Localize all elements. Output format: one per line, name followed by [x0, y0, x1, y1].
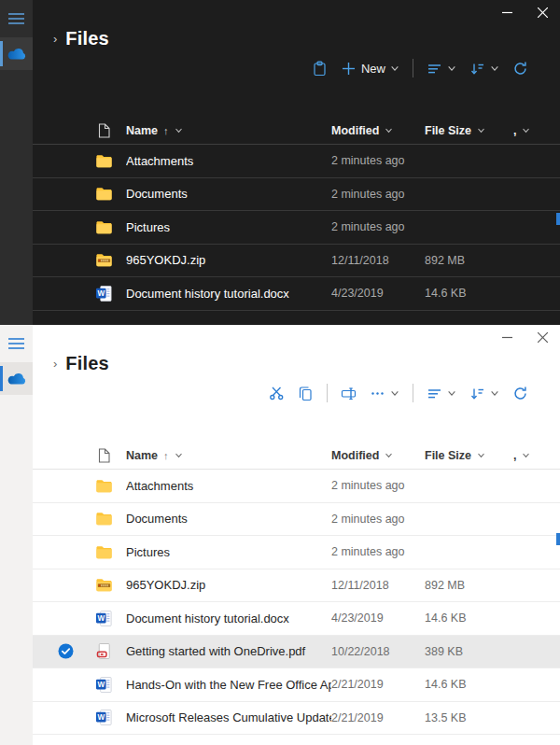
header-type-column[interactable] [81, 123, 126, 138]
file-type-icon [97, 448, 111, 463]
sidebar [0, 325, 33, 745]
file-name[interactable]: Documents [126, 512, 331, 526]
file-name[interactable]: 965YOKDJ.zip [126, 253, 331, 267]
copy-icon [298, 386, 314, 401]
header-name-column[interactable]: Name ↑ [126, 449, 331, 462]
sort-button[interactable] [469, 61, 499, 77]
close-button[interactable] [525, 325, 560, 349]
chevron-down-icon [522, 126, 530, 134]
file-name[interactable]: Microsoft Releases Cumulative Update ... [126, 710, 331, 724]
file-list: Attachments2 minutes agoDocuments2 minut… [33, 470, 560, 735]
folder-icon [81, 218, 126, 236]
file-row[interactable]: Attachments2 minutes ago [33, 470, 560, 503]
file-modified: 2 minutes ago [331, 479, 425, 492]
hamburger-menu-button[interactable] [0, 325, 33, 362]
minimize-button[interactable] [489, 0, 525, 24]
sort-button[interactable] [469, 386, 499, 401]
file-row[interactable]: Attachments2 minutes ago [33, 145, 560, 178]
file-row[interactable]: 965YOKDJ.zip12/11/2018892 MB [33, 569, 560, 603]
view-options-button[interactable] [427, 61, 456, 77]
scrollbar-thumb-sliver[interactable] [556, 533, 560, 545]
file-modified: 2/21/2019 [331, 711, 425, 724]
more-commands-button[interactable] [370, 386, 399, 401]
paste-icon [312, 61, 328, 77]
file-name[interactable]: Documents [126, 187, 331, 201]
file-size: 14.6 KB [425, 287, 513, 300]
rename-button[interactable] [341, 386, 357, 401]
file-name[interactable]: 965YOKDJ.zip [126, 578, 331, 592]
hamburger-menu-button[interactable] [0, 0, 33, 37]
file-row[interactable]: Getting started with OneDrive.pdf10/22/2… [33, 636, 560, 669]
copy-button[interactable] [298, 386, 314, 401]
file-row[interactable]: WMicrosoft Releases Cumulative Update ..… [33, 702, 560, 736]
file-row[interactable]: WDocument history tutorial.docx4/23/2019… [33, 277, 560, 311]
header-partial-column[interactable]: , [513, 449, 560, 462]
file-modified: 10/22/2018 [331, 645, 425, 658]
word-icon: W [81, 676, 126, 694]
header-modified-column[interactable]: Modified [331, 449, 425, 462]
selected-accent-bar [0, 366, 3, 391]
sort-ascending-icon: ↑ [163, 450, 169, 461]
chevron-down-icon [447, 388, 456, 398]
header-type-column[interactable] [81, 448, 126, 463]
file-name[interactable]: Document history tutorial.docx [126, 287, 331, 301]
refresh-button[interactable] [512, 386, 528, 401]
header-size-label: File Size [425, 124, 471, 137]
header-partial-column[interactable]: , [513, 124, 560, 137]
header-name-column[interactable]: Name ↑ [126, 124, 331, 137]
file-name[interactable]: Pictures [126, 545, 331, 559]
sidebar-item-onedrive[interactable] [0, 362, 33, 395]
file-name[interactable]: Getting started with OneDrive.pdf [126, 644, 331, 658]
file-row[interactable]: Pictures2 minutes ago [33, 211, 560, 245]
file-size: 892 MB [425, 579, 513, 592]
breadcrumb: › Files [33, 24, 560, 52]
file-row[interactable]: 965YOKDJ.zip12/11/2018892 MB [33, 245, 560, 278]
folder-icon [81, 510, 126, 527]
file-name[interactable]: Pictures [126, 220, 331, 234]
file-type-icon [97, 123, 111, 138]
view-options-button[interactable] [427, 386, 456, 401]
file-row[interactable]: WDocument history tutorial.docx4/23/2019… [33, 602, 560, 636]
selected-checkmark-icon[interactable] [49, 643, 81, 659]
sidebar-item-onedrive[interactable] [0, 37, 33, 70]
header-partial-label: , [513, 124, 516, 137]
file-list: Attachments2 minutes agoDocuments2 minut… [33, 145, 560, 311]
header-size-column[interactable]: File Size [425, 124, 513, 137]
header-size-column[interactable]: File Size [425, 449, 513, 462]
word-icon: W [81, 709, 126, 726]
table-header: Name ↑ Modified File Size , [33, 117, 560, 145]
header-modified-column[interactable]: Modified [331, 124, 425, 137]
breadcrumb-chevron-icon: › [53, 358, 57, 370]
file-row[interactable]: Documents2 minutes ago [33, 503, 560, 537]
pdf-icon [81, 642, 126, 660]
paste-button[interactable] [312, 61, 328, 77]
onedrive-cloud-icon [7, 372, 27, 386]
refresh-button[interactable] [512, 61, 528, 77]
chevron-down-icon [477, 126, 485, 134]
hamburger-icon [8, 338, 24, 349]
table-header: Name ↑ Modified File Size , [33, 442, 560, 470]
cut-button[interactable] [269, 386, 285, 401]
refresh-icon [512, 61, 528, 77]
new-button[interactable]: New [341, 61, 399, 77]
file-name[interactable]: Hands-On with the New Free Office Ap... [126, 678, 331, 692]
titlebar [33, 325, 560, 349]
file-modified: 2 minutes ago [331, 545, 425, 558]
main-content: › Files [33, 325, 560, 745]
file-row[interactable]: Documents2 minutes ago [33, 178, 560, 212]
scrollbar-thumb-sliver[interactable] [556, 213, 560, 225]
file-name[interactable]: Attachments [126, 479, 331, 493]
sort-icon [469, 61, 485, 77]
file-size: 389 KB [425, 645, 513, 658]
minimize-button[interactable] [489, 325, 525, 349]
file-name[interactable]: Document history tutorial.docx [126, 611, 331, 626]
refresh-icon [512, 386, 528, 401]
file-modified: 4/23/2019 [331, 287, 425, 300]
close-button[interactable] [525, 0, 560, 24]
file-modified: 4/23/2019 [331, 611, 425, 625]
file-row[interactable]: Pictures2 minutes ago [33, 536, 560, 569]
svg-text:W: W [97, 289, 105, 298]
file-row[interactable]: WHands-On with the New Free Office Ap...… [33, 668, 560, 702]
file-modified: 2 minutes ago [331, 188, 425, 201]
file-name[interactable]: Attachments [126, 154, 331, 168]
